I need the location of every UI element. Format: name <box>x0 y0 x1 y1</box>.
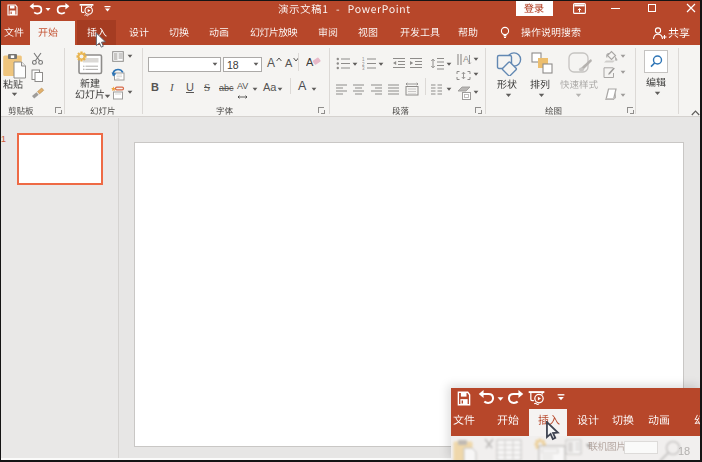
svg-text:A: A <box>306 56 314 68</box>
svg-text:3: 3 <box>362 66 365 70</box>
svg-text:A: A <box>463 54 469 64</box>
